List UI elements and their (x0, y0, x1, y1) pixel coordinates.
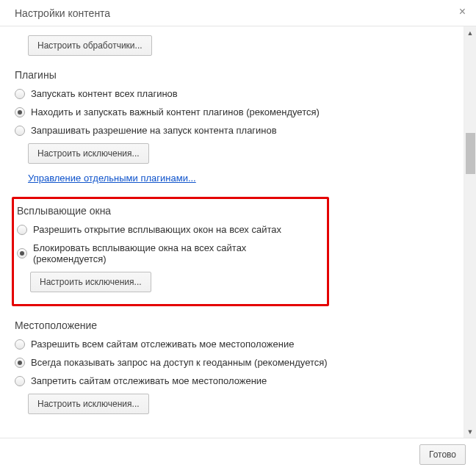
popups-section-title: Всплывающие окна (17, 205, 321, 217)
manage-plugins-link[interactable]: Управление отдельными плагинами... (28, 173, 196, 184)
radio-icon (15, 339, 25, 350)
radio-icon (15, 89, 25, 99)
radio-icon (17, 248, 27, 258)
plugins-radio-detect-label: Находить и запускать важный контент плаг… (31, 106, 320, 118)
scroll-down-icon[interactable]: ▼ (464, 425, 476, 438)
radio-icon (15, 376, 25, 386)
content-settings-dialog: Настройки контента × Настроить обработчи… (0, 0, 476, 470)
location-radio-allow-label: Разрешить всем сайтам отслеживать мое ме… (31, 339, 294, 350)
dialog-title: Настройки контента (15, 7, 110, 19)
radio-icon (15, 126, 25, 136)
plugins-radio-all[interactable]: Запускать контент всех плагинов (15, 88, 449, 99)
radio-icon (17, 225, 27, 235)
radio-icon (15, 107, 25, 118)
scrollbar-thumb[interactable] (466, 133, 475, 174)
location-section-title: Местоположение (15, 319, 449, 331)
close-icon[interactable]: × (459, 6, 466, 18)
popups-highlight-box: Всплывающие окна Разрешить открытие вспл… (12, 197, 329, 306)
radio-icon (15, 358, 25, 368)
dialog-header: Настройки контента × (0, 0, 476, 26)
location-radio-allow[interactable]: Разрешить всем сайтам отслеживать мое ме… (15, 339, 449, 350)
plugins-radio-detect[interactable]: Находить и запускать важный контент плаг… (15, 106, 449, 118)
scrollbar-track[interactable]: ▲ ▼ (464, 26, 476, 438)
location-radio-ask-label: Всегда показывать запрос на доступ к гео… (31, 357, 328, 368)
plugins-radio-ask-label: Запрашивать разрешение на запуск контент… (31, 125, 277, 136)
location-radio-block[interactable]: Запретить сайтам отслеживать мое местопо… (15, 375, 449, 386)
popups-radio-allow-label: Разрешить открытие всплывающих окон на в… (33, 224, 281, 235)
plugins-radio-ask[interactable]: Запрашивать разрешение на запуск контент… (15, 125, 449, 136)
plugins-exceptions-button[interactable]: Настроить исключения... (28, 143, 149, 164)
dialog-footer: Готово (0, 438, 476, 470)
location-radio-block-label: Запретить сайтам отслеживать мое местопо… (31, 375, 267, 386)
location-exceptions-button[interactable]: Настроить исключения... (28, 394, 149, 414)
plugins-section-title: Плагины (15, 69, 449, 81)
location-radio-ask[interactable]: Всегда показывать запрос на доступ к гео… (15, 357, 449, 368)
handlers-block: Настроить обработчики... (28, 35, 449, 56)
popups-radio-block-label: Блокировать всплывающие окна на всех сай… (33, 242, 321, 264)
popups-radio-block[interactable]: Блокировать всплывающие окна на всех сай… (17, 242, 321, 264)
popups-exceptions-button[interactable]: Настроить исключения... (30, 272, 151, 292)
plugins-radio-all-label: Запускать контент всех плагинов (31, 88, 178, 99)
dialog-content: Настроить обработчики... Плагины Запуска… (0, 26, 464, 438)
popups-radio-allow[interactable]: Разрешить открытие всплывающих окон на в… (17, 224, 321, 235)
scroll-up-icon[interactable]: ▲ (464, 26, 476, 39)
configure-handlers-button[interactable]: Настроить обработчики... (28, 35, 152, 56)
done-button[interactable]: Готово (419, 444, 466, 465)
